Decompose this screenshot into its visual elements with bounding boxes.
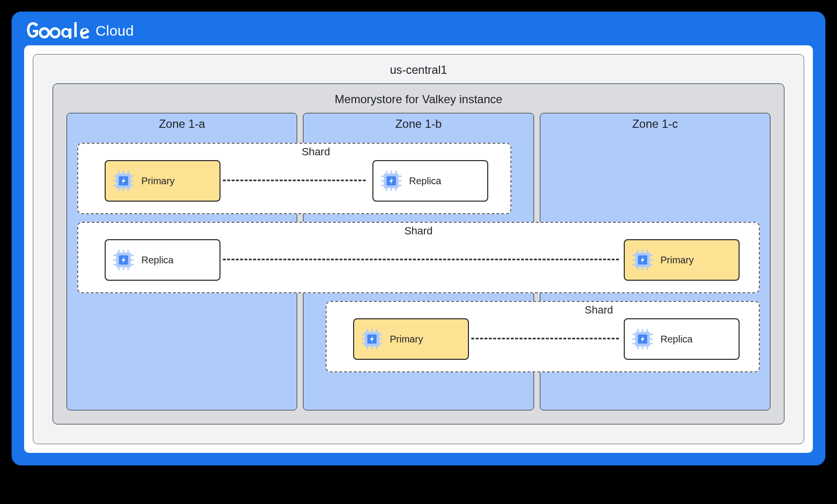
shard-2-primary-label: Primary <box>660 255 694 266</box>
shard-1-primary-label: Primary <box>141 176 175 187</box>
memorystore-icon <box>112 249 135 271</box>
shard-1: Shard <box>77 143 511 214</box>
svg-rect-2 <box>74 22 77 37</box>
region-title: us-central1 <box>53 60 784 83</box>
zones-row: Zone 1-a Zone 1-b Zone 1-c Shard <box>67 113 770 410</box>
shard-2-connector <box>223 259 619 260</box>
white-outer-frame: us-central1 Memorystore for Valkey insta… <box>24 45 813 453</box>
shard-3-replica-label: Replica <box>660 334 693 345</box>
zone-1c-title: Zone 1-c <box>540 113 770 131</box>
region-frame: us-central1 Memorystore for Valkey insta… <box>33 54 804 444</box>
shard-3-connector <box>471 338 619 340</box>
svg-text:Cloud: Cloud <box>96 23 134 39</box>
shard-3-primary-node: Primary <box>353 318 469 360</box>
shard-1-replica-label: Replica <box>409 176 441 187</box>
shard-1-title: Shard <box>302 146 330 158</box>
instance-title: Memorystore for Valkey instance <box>67 90 770 113</box>
shard-1-connector <box>223 180 366 181</box>
svg-point-1 <box>51 28 59 37</box>
google-cloud-logo-icon: Cloud <box>26 21 137 39</box>
shard-3-primary-label: Primary <box>390 334 423 345</box>
brand-logo: Cloud <box>14 14 823 45</box>
google-cloud-frame: Cloud us-central1 Memorystore for Valkey… <box>12 12 825 465</box>
instance-frame: Memorystore for Valkey instance Zone 1-a… <box>53 83 784 424</box>
shard-2: Shard <box>77 222 760 293</box>
shard-3-title: Shard <box>585 304 613 316</box>
shard-3: Shard <box>326 301 760 372</box>
memorystore-icon <box>631 249 654 271</box>
shard-1-primary-node: Primary <box>105 160 220 202</box>
shard-2-replica-label: Replica <box>141 255 174 266</box>
shard-2-title: Shard <box>404 225 433 237</box>
shard-2-primary-node: Primary <box>624 239 740 281</box>
memorystore-icon <box>361 328 383 350</box>
shard-1-replica-node: Replica <box>372 160 488 202</box>
svg-point-0 <box>40 28 49 37</box>
zone-1a-title: Zone 1-a <box>67 113 297 131</box>
shard-2-replica-node: Replica <box>105 239 220 281</box>
shard-3-replica-node: Replica <box>624 318 740 360</box>
memorystore-icon <box>112 170 135 192</box>
zone-1b-title: Zone 1-b <box>303 113 533 131</box>
diagram-stage: Cloud us-central1 Memorystore for Valkey… <box>0 0 837 504</box>
memorystore-icon <box>631 328 654 350</box>
memorystore-icon <box>380 170 402 192</box>
